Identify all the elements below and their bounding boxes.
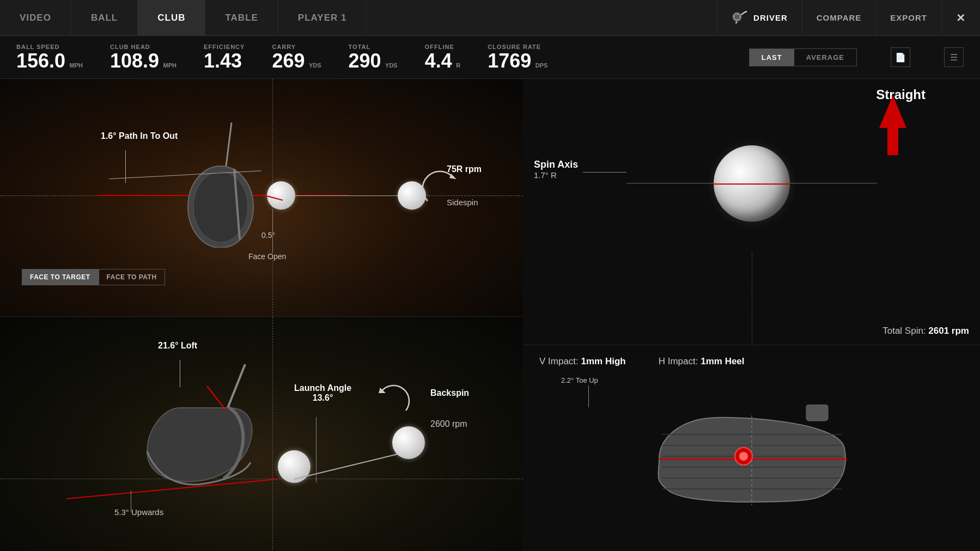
stat-total-unit: YDS — [385, 62, 398, 69]
stat-carry: CARRY 269 YDS — [272, 44, 321, 71]
bottom-view: 21.6° Loft 5.3° Upwards Launch Angle 13.… — [0, 317, 523, 551]
face-angle-vert-line — [272, 210, 273, 253]
last-avg-toggle: LAST AVERAGE — [749, 48, 857, 66]
pdf-button[interactable]: 📄 — [891, 47, 910, 67]
h-impact-val: 1mm Heel — [701, 356, 744, 366]
v-impact-val: 1mm High — [581, 356, 626, 366]
face-open-angle: 0.5° — [261, 231, 275, 240]
club-face-container: 2.2° Toe Up — [539, 374, 964, 544]
driver-icon — [732, 9, 749, 26]
stat-offline-value: 4.4 — [425, 50, 452, 72]
last-button[interactable]: LAST — [750, 49, 794, 66]
total-spin: Total Spin: 2601 rpm — [882, 326, 969, 336]
backspin-val: 2600 rpm — [430, 419, 467, 429]
sidespin-rpm: 75R rpm — [447, 164, 482, 174]
spin-axis-label: Spin Axis 1.7° R — [534, 159, 578, 180]
stat-ball-speed-value: 156.0 — [16, 50, 65, 72]
club-head-side-view — [136, 364, 289, 489]
stat-efficiency-value: 1.43 — [204, 50, 242, 72]
stat-offline: OFFLINE 4.4 R — [425, 44, 460, 71]
svg-rect-21 — [806, 405, 828, 421]
svg-line-8 — [207, 386, 226, 411]
club-face-svg — [648, 405, 855, 513]
svg-line-2 — [226, 123, 232, 166]
ball-bottom-2 — [392, 426, 425, 459]
stat-closure-rate-value: 1769 — [488, 50, 531, 72]
ball-right — [714, 145, 790, 222]
upwards-label: 5.3° Upwards — [114, 507, 163, 517]
nav-bar: VIDEO BALL CLUB TABLE PLAYER 1 DRIVER CO… — [0, 0, 980, 36]
v-dashed-right — [752, 252, 752, 345]
v-impact: V Impact: 1mm High — [539, 356, 626, 367]
ball-connect-line — [295, 195, 400, 196]
stat-club-head-unit: MPH — [163, 62, 176, 69]
up-arrow — [876, 95, 909, 157]
driver-button[interactable]: DRIVER — [717, 0, 802, 35]
face-to-path-btn[interactable]: FACE TO PATH — [99, 269, 165, 285]
upwards-ann-line — [131, 491, 131, 512]
backspin-label: Backspin — [430, 388, 469, 398]
spin-arrow-top — [419, 168, 463, 214]
spin-axis-ann-line — [583, 172, 626, 173]
path-annotation-vert — [125, 150, 126, 183]
driver-label: DRIVER — [753, 13, 788, 22]
ball-ext-line-right — [790, 183, 877, 183]
compare-button[interactable]: COMPARE — [802, 0, 876, 35]
main-content: 1.6° Path In To Out 75R rpm Sidespin — [0, 79, 980, 551]
close-button[interactable]: ✕ — [941, 0, 980, 35]
stat-closure-rate: CLOSURE RATE 1769 DPS — [488, 44, 547, 71]
ball-top-1 — [267, 181, 295, 210]
right-bottom: V Impact: 1mm High H Impact: 1mm Heel 2.… — [523, 345, 980, 551]
pdf-icon: 📄 — [895, 52, 906, 63]
stat-ball-speed-unit: MPH — [70, 62, 83, 69]
svg-marker-10 — [879, 95, 906, 155]
tab-video[interactable]: VIDEO — [0, 0, 71, 35]
tab-ball[interactable]: BALL — [71, 0, 138, 35]
top-view: 1.6° Path In To Out 75R rpm Sidespin — [0, 79, 523, 317]
launch-angle-label: Launch Angle 13.6° — [294, 383, 351, 403]
svg-rect-1 — [735, 15, 739, 19]
impact-row: V Impact: 1mm High H Impact: 1mm Heel — [539, 356, 964, 367]
tab-player1[interactable]: PLAYER 1 — [278, 0, 367, 35]
stat-total-value: 290 — [349, 50, 381, 72]
ball-equator-line — [714, 183, 790, 185]
stats-bar: BALL SPEED 156.0 MPH CLUB HEAD 108.9 MPH… — [0, 36, 980, 79]
stat-club-head-value: 108.9 — [110, 50, 159, 72]
list-button[interactable]: ☰ — [944, 47, 964, 67]
loft-ann-line — [180, 360, 180, 387]
tab-table[interactable]: TABLE — [205, 0, 278, 35]
average-button[interactable]: AVERAGE — [794, 49, 856, 66]
left-panel: 1.6° Path In To Out 75R rpm Sidespin — [0, 79, 523, 551]
svg-point-20 — [739, 452, 748, 461]
sidespin-label: Sidespin — [447, 198, 478, 207]
stat-closure-rate-unit: DPS — [535, 62, 548, 69]
h-impact: H Impact: 1mm Heel — [659, 356, 745, 367]
ball-bottom-1 — [278, 450, 311, 483]
ball-ext-line-left — [626, 183, 714, 183]
right-panel: Straight Spin Axis 1.7° R — [523, 79, 980, 551]
face-buttons: FACE TO TARGET FACE TO PATH — [22, 269, 165, 285]
toe-ann-line — [588, 385, 589, 407]
backspin-arrow — [376, 383, 414, 418]
stat-ball-speed: BALL SPEED 156.0 MPH — [16, 44, 83, 71]
face-to-target-btn[interactable]: FACE TO TARGET — [22, 269, 99, 285]
launch-ann-line — [316, 417, 316, 482]
export-button[interactable]: EXPORT — [875, 0, 941, 35]
path-label: 1.6° Path In To Out — [101, 131, 178, 141]
nav-right: DRIVER COMPARE EXPORT ✕ — [717, 0, 980, 35]
toe-up-label: 2.2° Toe Up — [561, 376, 598, 384]
list-icon: ☰ — [950, 52, 958, 63]
face-open-label: Face Open — [248, 252, 286, 261]
total-spin-value: 2601 rpm — [928, 326, 969, 336]
ball-right-container — [714, 145, 790, 222]
stat-efficiency: EFFICIENCY 1.43 — [204, 44, 245, 71]
right-top: Straight Spin Axis 1.7° R — [523, 79, 980, 345]
loft-label: 21.6° Loft — [158, 341, 197, 351]
tab-club[interactable]: CLUB — [138, 0, 205, 35]
stat-carry-value: 269 — [272, 50, 305, 72]
stat-club-head: CLUB HEAD 108.9 MPH — [110, 44, 176, 71]
stat-offline-unit: R — [456, 62, 460, 69]
stat-carry-unit: YDS — [309, 62, 321, 69]
stat-total: TOTAL 290 YDS — [349, 44, 398, 71]
